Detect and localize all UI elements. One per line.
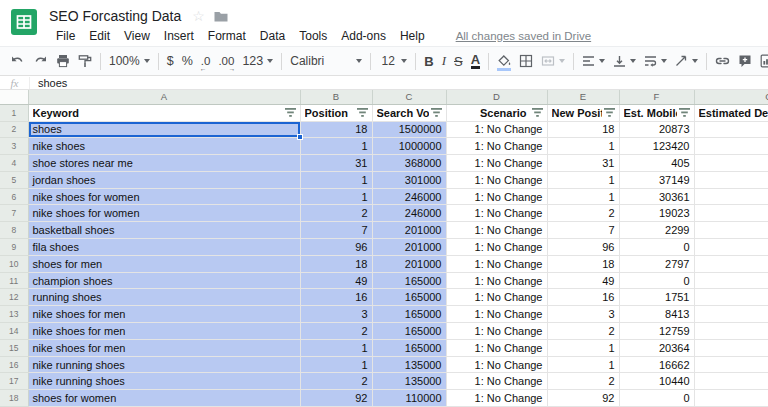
paint-format-button[interactable] xyxy=(74,49,96,73)
folder-icon[interactable] xyxy=(214,11,228,22)
format-currency-button[interactable]: $ xyxy=(163,49,178,73)
cell[interactable]: nike shoes for men xyxy=(28,323,300,340)
cell[interactable]: 1: No Change xyxy=(446,188,547,205)
fill-color-button[interactable] xyxy=(493,49,515,73)
cell[interactable]: 405 xyxy=(619,155,694,172)
borders-button[interactable] xyxy=(515,49,537,73)
cell[interactable]: 1000000 xyxy=(372,138,446,155)
row-number[interactable]: 17 xyxy=(0,373,28,390)
text-color-button[interactable]: A xyxy=(467,49,484,73)
insert-comment-button[interactable] xyxy=(734,49,756,73)
row-number[interactable]: 11 xyxy=(0,272,28,289)
filter-funnel-icon[interactable] xyxy=(357,108,368,117)
cell[interactable]: 1 xyxy=(547,171,619,188)
cell[interactable]: 201000 xyxy=(372,222,446,239)
column-header-g[interactable]: G xyxy=(694,90,768,104)
cell[interactable]: nike shoes for women xyxy=(28,188,300,205)
save-status-link[interactable]: All changes saved in Drive xyxy=(456,30,592,42)
text-rotation-button[interactable] xyxy=(671,49,702,73)
cell[interactable]: shoes xyxy=(28,121,300,138)
cell[interactable]: 16 xyxy=(547,289,619,306)
cell[interactable]: 1751 xyxy=(619,289,694,306)
cell[interactable] xyxy=(694,339,768,356)
header-cell-position[interactable]: Position xyxy=(300,104,372,121)
cell[interactable]: shoe stores near me xyxy=(28,155,300,172)
column-header-d[interactable]: D xyxy=(446,90,547,104)
column-header-e[interactable]: E xyxy=(547,90,619,104)
star-icon[interactable]: ☆ xyxy=(192,9,205,23)
cell[interactable] xyxy=(694,222,768,239)
row-number[interactable]: 7 xyxy=(0,205,28,222)
cell[interactable]: 1 xyxy=(547,356,619,373)
cell[interactable]: 1: No Change xyxy=(446,121,547,138)
cell[interactable]: 1: No Change xyxy=(446,323,547,340)
font-size-select[interactable]: 12 xyxy=(375,49,411,73)
cell[interactable]: 1: No Change xyxy=(446,255,547,272)
cell[interactable]: 1: No Change xyxy=(446,339,547,356)
strikethrough-button[interactable]: S xyxy=(450,49,467,73)
cell[interactable]: 31 xyxy=(300,155,372,172)
cell[interactable]: jordan shoes xyxy=(28,171,300,188)
cell[interactable]: 1: No Change xyxy=(446,272,547,289)
cell[interactable]: basketball shoes xyxy=(28,222,300,239)
cell[interactable]: 18 xyxy=(300,121,372,138)
insert-link-button[interactable] xyxy=(711,49,734,73)
fill-handle[interactable] xyxy=(297,134,303,140)
redo-button[interactable] xyxy=(29,49,52,73)
menu-item[interactable]: Format xyxy=(201,27,253,45)
header-cell-search-volume[interactable]: Search Volu xyxy=(372,104,446,121)
filter-funnel-icon[interactable] xyxy=(532,108,543,117)
italic-button[interactable]: I xyxy=(438,49,450,73)
cell[interactable] xyxy=(694,121,768,138)
cell[interactable]: fila shoes xyxy=(28,239,300,256)
document-title[interactable]: SEO Forcasting Data xyxy=(49,8,181,24)
cell[interactable]: nike shoes for men xyxy=(28,306,300,323)
cell[interactable]: 246000 xyxy=(372,188,446,205)
sheets-logo-icon[interactable] xyxy=(11,9,37,35)
cell[interactable] xyxy=(694,289,768,306)
cell[interactable] xyxy=(694,255,768,272)
cell[interactable]: 1 xyxy=(547,138,619,155)
column-header-b[interactable]: B xyxy=(300,90,372,104)
cell[interactable]: 1 xyxy=(300,339,372,356)
cell[interactable]: 12759 xyxy=(619,323,694,340)
cell[interactable]: 0 xyxy=(619,390,694,407)
cell[interactable]: nike running shoes xyxy=(28,356,300,373)
cell[interactable] xyxy=(694,155,768,172)
row-number[interactable]: 10 xyxy=(0,255,28,272)
cell[interactable]: 2299 xyxy=(619,222,694,239)
menu-item[interactable]: Data xyxy=(253,27,292,45)
cell[interactable]: 201000 xyxy=(372,255,446,272)
cell[interactable]: 92 xyxy=(547,390,619,407)
header-cell-new-position[interactable]: New Position xyxy=(547,104,619,121)
font-family-select[interactable]: Calibri xyxy=(286,49,366,73)
cell[interactable]: 1: No Change xyxy=(446,155,547,172)
cell[interactable]: 368000 xyxy=(372,155,446,172)
menu-item[interactable]: View xyxy=(117,27,157,45)
number-format-button[interactable]: 123 xyxy=(238,49,277,73)
cell[interactable]: 3 xyxy=(300,306,372,323)
header-cell-scenario[interactable]: Scenario xyxy=(446,104,547,121)
menu-item[interactable]: Tools xyxy=(292,27,334,45)
menu-item[interactable]: Insert xyxy=(157,27,201,45)
cell[interactable]: 135000 xyxy=(372,373,446,390)
row-number[interactable]: 5 xyxy=(0,171,28,188)
column-header-a[interactable]: A xyxy=(28,90,300,104)
format-percent-button[interactable]: % xyxy=(178,49,197,73)
cell[interactable]: 16 xyxy=(300,289,372,306)
undo-button[interactable] xyxy=(6,49,29,73)
cell[interactable]: running shoes xyxy=(28,289,300,306)
cell[interactable]: 49 xyxy=(300,272,372,289)
cell[interactable]: 1 xyxy=(547,188,619,205)
filter-funnel-icon[interactable] xyxy=(285,108,296,117)
cell[interactable]: 1: No Change xyxy=(446,306,547,323)
cell[interactable] xyxy=(694,171,768,188)
cell[interactable]: 2 xyxy=(547,323,619,340)
cell[interactable]: 2 xyxy=(547,373,619,390)
cell[interactable]: 110000 xyxy=(372,390,446,407)
print-button[interactable] xyxy=(52,49,74,73)
cell[interactable]: 10440 xyxy=(619,373,694,390)
cell[interactable]: 20364 xyxy=(619,339,694,356)
cell[interactable]: nike shoes xyxy=(28,138,300,155)
row-number[interactable]: 8 xyxy=(0,222,28,239)
